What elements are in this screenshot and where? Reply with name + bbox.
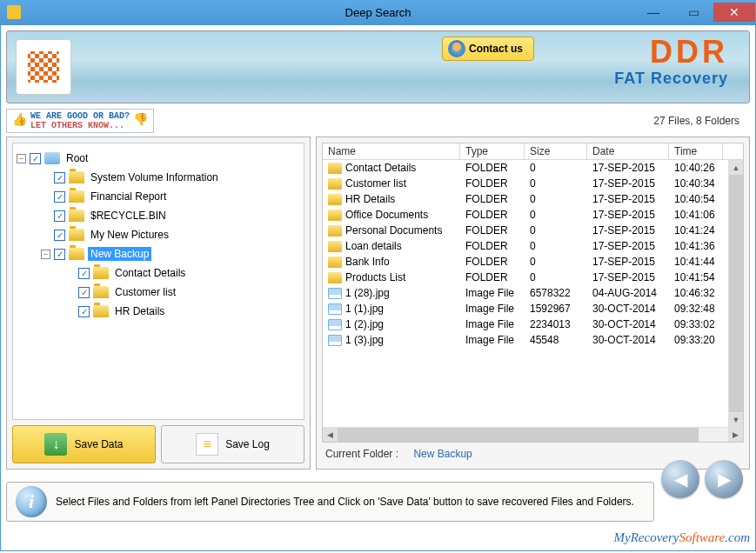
checkbox[interactable]: ✓ <box>78 268 90 279</box>
tree-label: Financial Report <box>88 190 169 203</box>
list-row[interactable]: HR DetailsFOLDER017-SEP-201510:40:54 <box>323 191 743 207</box>
collapse-toggle[interactable]: − <box>41 250 50 259</box>
folder-icon <box>93 305 109 317</box>
save-icon <box>44 433 67 456</box>
folder-icon <box>69 190 84 203</box>
image-icon <box>328 303 342 315</box>
tree-item[interactable]: ✓ HR Details <box>65 302 302 321</box>
rating-text: WE ARE GOOD OR BAD? LET OTHERS KNOW... <box>30 111 130 130</box>
folder-icon <box>328 210 342 221</box>
checkbox[interactable]: ✓ <box>78 306 90 317</box>
column-name[interactable]: Name <box>323 143 460 159</box>
scroll-down-icon[interactable]: ▼ <box>729 412 743 427</box>
checkbox[interactable]: ✓ <box>54 249 65 260</box>
list-header: Name Type Size Date Time <box>323 143 743 160</box>
tree-item[interactable]: ✓ $RECYCLE.BIN <box>41 206 302 225</box>
checkbox[interactable]: ✓ <box>54 230 65 241</box>
image-icon <box>328 319 342 330</box>
contact-us-button[interactable]: Contact us <box>442 37 534 61</box>
list-row[interactable]: Office DocumentsFOLDER017-SEP-201510:41:… <box>323 207 743 223</box>
directory-tree[interactable]: − ✓ Root ✓ System Volume Information ✓ <box>13 143 304 419</box>
brand-name: DDR <box>614 37 728 68</box>
list-row[interactable]: 1 (3).jpgImage File4554830-OCT-201409:33… <box>323 332 743 348</box>
tree-item[interactable]: ✓ System Volume Information <box>41 168 302 187</box>
save-data-button[interactable]: Save Data <box>12 425 156 463</box>
app-icon <box>7 5 21 19</box>
folder-icon <box>69 229 84 241</box>
image-icon <box>328 335 342 346</box>
tree-item[interactable]: ✓ My New Pictures <box>41 225 302 244</box>
scroll-thumb[interactable] <box>729 175 743 412</box>
window-controls: — ▭ ✕ <box>633 3 756 22</box>
tree-item[interactable]: ✓ Customer list <box>65 283 302 302</box>
file-list-panel: Name Type Size Date Time Contact Details… <box>316 137 750 470</box>
list-row[interactable]: Products ListFOLDER017-SEP-201510:41:54 <box>323 270 743 285</box>
current-folder-label: Current Folder : <box>325 448 398 460</box>
folder-icon <box>93 267 109 279</box>
tree-label: $RECYCLE.BIN <box>88 209 169 223</box>
minimize-button[interactable]: — <box>633 3 673 22</box>
checkbox[interactable]: ✓ <box>78 287 90 298</box>
rating-button[interactable]: 👍 WE ARE GOOD OR BAD? LET OTHERS KNOW...… <box>6 109 154 133</box>
hint-text: Select Files and Folders from left Panel… <box>56 496 634 508</box>
checkbox[interactable]: ✓ <box>30 153 41 164</box>
save-data-label: Save Data <box>74 438 123 450</box>
tree-item-selected[interactable]: − ✓ New Backup <box>41 244 302 263</box>
save-log-label: Save Log <box>225 438 270 450</box>
next-button[interactable]: ▶ <box>705 460 743 498</box>
folder-icon <box>69 248 84 260</box>
current-folder-value: New Backup <box>413 448 472 460</box>
status-row: 👍 WE ARE GOOD OR BAD? LET OTHERS KNOW...… <box>6 109 750 133</box>
image-icon <box>328 288 342 299</box>
folder-icon <box>328 194 342 205</box>
checkbox[interactable]: ✓ <box>54 210 65 222</box>
tree-label: Contact Details <box>112 266 188 280</box>
tree-label: System Volume Information <box>88 170 221 184</box>
tree-panel: − ✓ Root ✓ System Volume Information ✓ <box>6 137 311 470</box>
collapse-toggle[interactable]: − <box>17 154 26 163</box>
tree-item[interactable]: ✓ Contact Details <box>65 263 302 283</box>
list-row[interactable]: 1 (28).jpgImage File657832204-AUG-201410… <box>323 285 743 301</box>
checkbox[interactable]: ✓ <box>54 191 65 203</box>
list-row[interactable]: Contact DetailsFOLDER017-SEP-201510:40:2… <box>323 160 743 176</box>
tree-item[interactable]: ✓ Financial Report <box>41 187 302 206</box>
list-vertical-scrollbar[interactable]: ▲ ▼ <box>728 160 743 427</box>
list-row[interactable]: 1 (1).jpgImage File159296730-OCT-201409:… <box>323 301 743 316</box>
product-logo <box>16 39 71 95</box>
scroll-up-icon[interactable]: ▲ <box>729 160 743 175</box>
list-row[interactable]: Loan detailsFOLDER017-SEP-201510:41:36 <box>323 238 743 254</box>
folder-icon <box>328 272 342 283</box>
scroll-thumb[interactable] <box>338 428 699 442</box>
list-row[interactable]: 1 (2).jpgImage File223401330-OCT-201409:… <box>323 316 743 332</box>
checkbox[interactable]: ✓ <box>54 172 65 183</box>
list-row[interactable]: Personal DocumentsFOLDER017-SEP-201510:4… <box>323 223 743 238</box>
tree-label: New Backup <box>88 247 151 261</box>
folder-icon <box>328 225 342 237</box>
column-type[interactable]: Type <box>460 143 525 159</box>
list-row[interactable]: Bank InfoFOLDER017-SEP-201510:41:44 <box>323 254 743 270</box>
folder-icon <box>328 178 342 190</box>
folder-icon <box>93 286 109 298</box>
disk-icon <box>44 152 60 164</box>
save-log-button[interactable]: Save Log <box>161 425 304 463</box>
tree-label: Customer list <box>112 285 178 299</box>
prev-button[interactable]: ◀ <box>661 460 699 498</box>
column-date[interactable]: Date <box>587 143 669 159</box>
scroll-left-icon[interactable]: ◀ <box>323 428 338 442</box>
maximize-button[interactable]: ▭ <box>673 3 713 22</box>
folder-icon <box>328 257 342 268</box>
thumb-up-icon: 👍 <box>12 114 27 127</box>
status-summary: 27 Files, 8 Folders <box>653 115 739 127</box>
scroll-right-icon[interactable]: ▶ <box>728 428 743 442</box>
close-button[interactable]: ✕ <box>713 3 755 22</box>
list-row[interactable]: Customer listFOLDER017-SEP-201510:40:34 <box>323 176 743 191</box>
tree-label: My New Pictures <box>88 228 171 242</box>
person-icon <box>448 40 465 57</box>
tree-root[interactable]: − ✓ Root <box>17 149 302 168</box>
contact-label: Contact us <box>469 43 523 55</box>
column-size[interactable]: Size <box>525 143 587 159</box>
list-horizontal-scrollbar[interactable]: ◀ ▶ <box>323 427 743 442</box>
list-body[interactable]: Contact DetailsFOLDER017-SEP-201510:40:2… <box>323 160 743 427</box>
footer-link[interactable]: MyRecoverySoftware.com <box>6 530 750 545</box>
column-time[interactable]: Time <box>669 143 723 159</box>
